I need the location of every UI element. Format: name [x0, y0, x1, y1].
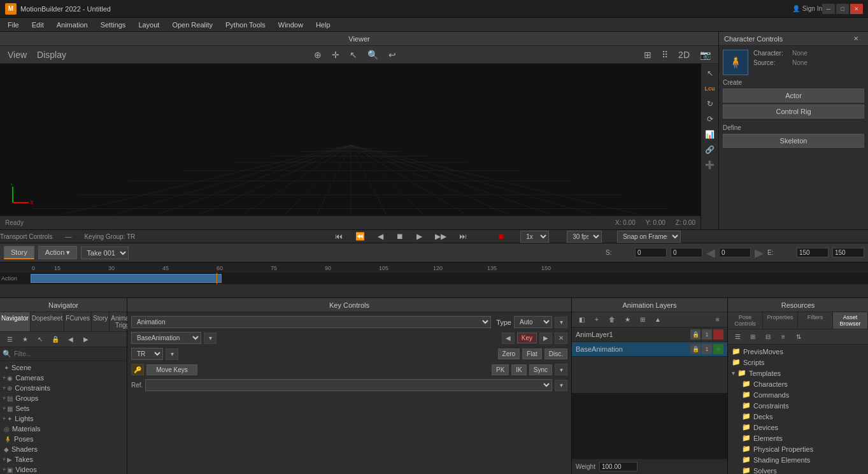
al-delete-icon[interactable]: 🗑: [605, 313, 619, 327]
tree-item-sets[interactable]: + ▦ Sets: [0, 403, 127, 413]
select-rt-icon[interactable]: ↖: [703, 66, 717, 80]
al-up-icon[interactable]: ▲: [651, 313, 665, 327]
res-tab-pose[interactable]: Pose Controls: [728, 312, 763, 329]
res-item-characters[interactable]: 📁 Characters: [728, 378, 868, 389]
pk-button[interactable]: PK: [492, 364, 509, 375]
res-item-scripts[interactable]: 📁 Scripts: [728, 357, 868, 368]
menu-file[interactable]: File: [3, 20, 24, 30]
res-item-commands[interactable]: 📁 Commands: [728, 389, 868, 400]
action-tab[interactable]: Action ▾: [38, 246, 78, 259]
display-button[interactable]: Display: [34, 48, 69, 61]
nav-tab-navigator[interactable]: Navigator: [0, 312, 31, 331]
al-options-icon[interactable]: ≡: [711, 313, 725, 327]
nav-tab-fcurves[interactable]: FCurves: [64, 312, 92, 331]
nav-cursor-icon[interactable]: ↖: [33, 333, 47, 347]
layer0-mute-icon[interactable]: ✕: [713, 329, 723, 340]
orbit-icon[interactable]: ⊕: [311, 48, 324, 61]
view-button[interactable]: View: [5, 48, 29, 61]
link-icon[interactable]: 🔗: [703, 143, 717, 157]
multiplier-select[interactable]: 1x: [520, 231, 549, 243]
tree-item-materials[interactable]: ◎ Materials: [0, 424, 127, 434]
undo-icon[interactable]: ↩: [386, 48, 399, 61]
anim-layer-item-0[interactable]: AnimLayer1 🔒 1 ✕: [572, 327, 727, 342]
nav-star-icon[interactable]: ★: [18, 333, 32, 347]
playhead[interactable]: [217, 273, 217, 284]
go-start-button[interactable]: ⏮: [335, 232, 343, 241]
actor-button[interactable]: Actor: [723, 89, 864, 103]
position-input[interactable]: [719, 248, 751, 257]
e-value-input[interactable]: [797, 248, 829, 257]
base-anim-select[interactable]: BaseAnimation: [131, 332, 201, 344]
tree-item-scene[interactable]: ✦ Scene: [0, 363, 127, 373]
grid-icon[interactable]: ⊞: [641, 48, 654, 61]
res-tab-properties[interactable]: Properties: [763, 312, 798, 329]
stop-button[interactable]: ⏹: [396, 232, 404, 241]
res-tab-asset[interactable]: Asset Browser: [833, 312, 868, 329]
animation-select[interactable]: Animation: [131, 316, 491, 328]
key-button[interactable]: Key: [517, 333, 537, 343]
res-tab-filters[interactable]: Filters: [798, 312, 833, 329]
res-list-icon[interactable]: ☰: [730, 330, 744, 344]
sign-in-button[interactable]: 👤 Sign In: [792, 5, 822, 12]
kc-ba-dropdown[interactable]: ▾: [204, 333, 217, 344]
res-item-solvers[interactable]: 📁 Solvers: [728, 465, 868, 474]
ik-button[interactable]: IK: [511, 364, 526, 375]
fps-select[interactable]: 30 fps: [567, 231, 602, 243]
menu-animation[interactable]: Animation: [52, 20, 93, 30]
nav-back-icon[interactable]: ◀: [64, 333, 78, 347]
camera-icon[interactable]: 📷: [697, 48, 713, 61]
tree-item-videos[interactable]: + ▣ Videos: [0, 464, 127, 474]
layer1-vis-icon[interactable]: 1: [702, 344, 712, 354]
tree-item-shaders[interactable]: ◆ Shaders: [0, 444, 127, 454]
sync-button[interactable]: Sync: [529, 364, 552, 375]
record-button[interactable]: ⏺: [497, 232, 505, 241]
snap-select[interactable]: Snap on Frames: [617, 231, 681, 243]
menu-help[interactable]: Help: [311, 20, 336, 30]
timeline-ruler[interactable]: 0 15 30 45 60 75 90 105 120 135 150: [0, 262, 868, 273]
timeline-action-strip[interactable]: Action: [0, 273, 868, 284]
close-button[interactable]: ✕: [850, 4, 863, 14]
weight-input[interactable]: [599, 462, 637, 471]
menu-edit[interactable]: Edit: [27, 20, 49, 30]
key-right-icon[interactable]: ▶: [539, 333, 552, 344]
rotate-icon[interactable]: ↻: [703, 97, 717, 111]
skeleton-button[interactable]: Skeleton: [723, 134, 864, 148]
select-icon[interactable]: ↖: [347, 48, 360, 61]
dots-icon[interactable]: ⠿: [659, 48, 671, 61]
key-delete-icon[interactable]: ✕: [555, 333, 567, 344]
viewer-canvas[interactable]: X Y Producer Perspective Ready X: 0.00 Y…: [0, 64, 701, 229]
take-select[interactable]: Take 001: [81, 247, 129, 259]
chart-icon[interactable]: 📊: [703, 127, 717, 141]
type-select[interactable]: Auto: [514, 316, 552, 328]
res-detail-icon[interactable]: ≡: [776, 330, 790, 344]
layer1-mute-icon[interactable]: ○: [713, 344, 723, 354]
res-item-prevismoves[interactable]: 📁 PrevisMoves: [728, 346, 868, 357]
key-icon[interactable]: 🔑: [131, 364, 144, 375]
res-medium-icon[interactable]: ⊞: [746, 330, 760, 344]
sync-dropdown[interactable]: ▾: [555, 364, 567, 375]
menu-python-tools[interactable]: Python Tools: [220, 20, 271, 30]
ref-dropdown[interactable]: ▾: [555, 380, 567, 391]
anim-layer-item-1[interactable]: BaseAnimation 🔒 1 ○: [572, 342, 727, 357]
tree-item-poses[interactable]: 🧍 Poses: [0, 434, 127, 444]
move-keys-button[interactable]: Move Keys: [146, 364, 197, 375]
al-star-icon[interactable]: ★: [620, 313, 634, 327]
al-merge-icon[interactable]: ⊞: [636, 313, 650, 327]
kc-dropdown-icon[interactable]: ▾: [555, 317, 567, 328]
s-value-input[interactable]: [635, 248, 667, 257]
nav-tab-story[interactable]: Story: [92, 312, 110, 331]
plus-icon[interactable]: ➕: [703, 158, 717, 172]
pan-icon[interactable]: ✛: [329, 48, 342, 61]
tree-item-lights[interactable]: + ✦ Lights: [0, 413, 127, 424]
step-back-button[interactable]: ◀: [378, 232, 383, 241]
prev-frame-button[interactable]: ⏪: [355, 232, 365, 241]
res-item-elements[interactable]: 📁 Elements: [728, 433, 868, 443]
key-left-icon[interactable]: ◀: [502, 333, 515, 344]
e-end-input[interactable]: [832, 248, 864, 257]
layer1-lock-icon[interactable]: 🔒: [690, 344, 701, 354]
res-item-physical-props[interactable]: 📁 Physical Properties: [728, 443, 868, 454]
lcu-icon[interactable]: Lcu: [703, 82, 717, 96]
2d-icon[interactable]: 2D: [676, 48, 692, 61]
res-item-devices[interactable]: 📁 Devices: [728, 422, 868, 433]
res-item-templates[interactable]: ▼ 📁 Templates: [728, 368, 868, 378]
